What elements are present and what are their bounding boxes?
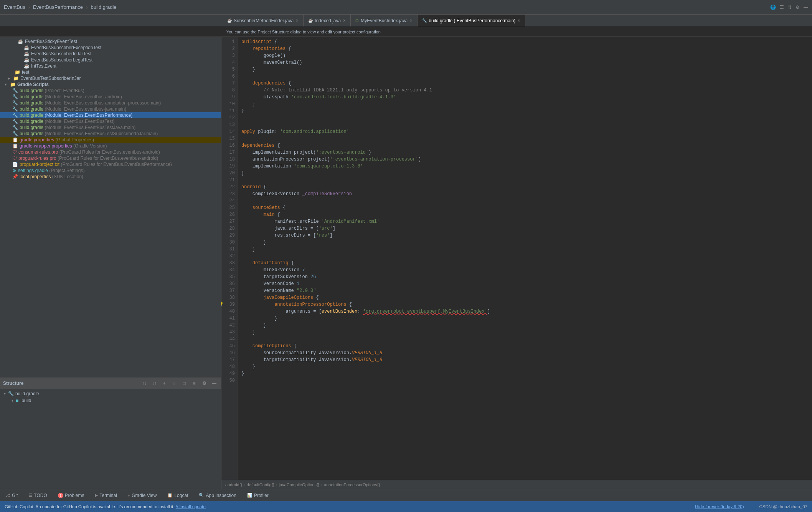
problems-button[interactable]: 1 Problems [56, 492, 86, 499]
menu-icon[interactable]: ☰ [780, 5, 784, 10]
tree-item-test-folder[interactable]: 📁 test [0, 69, 221, 75]
breadcrumb-part-1[interactable]: android{} [225, 482, 242, 487]
tree-item-build-perf[interactable]: 🔧 build.gradle (Module: EventBus.EventBu… [0, 112, 221, 118]
folder-icon-test: 📁 [15, 70, 20, 75]
java-icon-sticky: ☕ [18, 39, 23, 44]
txt-icon-proguard: 📄 [12, 162, 18, 167]
tree-item-build-annotation[interactable]: 🔧 build.gradle (Module: EventBus.eventbu… [0, 100, 221, 106]
build-perf-label: build.gradle (Module: EventBus.EventBusP… [20, 113, 132, 118]
local-props-label: local.properties (SDK Location) [20, 174, 83, 179]
tree-item-exception[interactable]: ☕ EventBusSubscriberExceptionTest [0, 45, 221, 51]
tree-item-build-java[interactable]: 🔧 build.gradle (Module: EventBus.eventbu… [0, 106, 221, 112]
tab-indexed[interactable]: ☕ Indexed.java ✕ [304, 15, 351, 27]
sort-asc-btn[interactable]: ↑↓ [140, 379, 148, 387]
notification-bar: GitHub Copilot: An update for GitHub Cop… [0, 501, 812, 512]
breadcrumb-part-4[interactable]: annotationProcessorOptions{} [324, 482, 380, 487]
notification-text: GitHub Copilot: An update for GitHub Cop… [5, 504, 175, 509]
props-icon-wrapper: 📋 [12, 143, 18, 149]
tree-item-gradle-wrapper[interactable]: 📋 gradle-wrapper.properties (Gradle Vers… [0, 143, 221, 149]
tree-item-build-test[interactable]: 🔧 build.gradle (Module: EventBus.EventBu… [0, 118, 221, 124]
circle-btn[interactable]: ○ [170, 379, 178, 387]
tree-item-injar[interactable]: ☕ EventBusSubscriberInJarTest [0, 51, 221, 57]
breadcrumb-part-2[interactable]: defaultConfig{} [247, 482, 274, 487]
tree-item-ebsubinjar[interactable]: ▶ 📁 EventBusTestSubscriberInJar [0, 75, 221, 81]
info-bar: You can use the Project Structure dialog… [0, 27, 812, 37]
app-inspection-button[interactable]: 🔍 App Inspection [197, 492, 238, 499]
tab-close-icon[interactable]: ✕ [295, 18, 299, 23]
editor-area[interactable]: 12345 678910 1112131415 1617181920 21222… [221, 37, 812, 480]
install-update-link[interactable]: // Install update [176, 504, 206, 509]
tree-item-local-props[interactable]: 📌 local.properties (SDK Location) [0, 174, 221, 180]
tree-item-consumer-rules[interactable]: 🛡 consumer-rules.pro (ProGuard Rules for… [0, 149, 221, 155]
arrow-gradle: ▼ [3, 83, 8, 86]
tree-item-settings-gradle[interactable]: ⚙ settings.gradle (Project Settings) [0, 167, 221, 174]
tree-item-gradle-props[interactable]: 📋 gradle.properties (Global Properties) [0, 137, 221, 143]
info-text: You can use the Project Structure dialog… [226, 30, 381, 34]
tree-item-build-subinjar[interactable]: 🔧 build.gradle (Module: EventBus.EventBu… [0, 131, 221, 137]
sep2: › [86, 4, 87, 10]
globe-icon[interactable]: 🌐 [770, 5, 776, 10]
tab-close-icon-2[interactable]: ✕ [343, 18, 346, 23]
todo-button[interactable]: ☰ TODO [27, 492, 48, 499]
tab-build-gradle[interactable]: 🔧 build.gradle (:EventBusPerformance:mai… [418, 15, 525, 27]
gradle-icon-testjava: 🔧 [12, 125, 18, 130]
proguard-rules-label: proguard-rules.pro (ProGuard Rules for E… [18, 156, 158, 161]
tree-item-legal[interactable]: ☕ EventBusSubscriberLegalTest [0, 57, 221, 63]
tab-label-2: Indexed.java [315, 18, 341, 23]
breadcrumb-part-3[interactable]: javaCompileOptions{} [279, 482, 320, 487]
tree-item-build-project[interactable]: 🔧 build.gradle (Project: EventBus) [0, 88, 221, 94]
code-editor[interactable]: buildscript { repositories { google() ma… [238, 37, 812, 480]
tree-item-proguard-project[interactable]: 📄 proguard-project.txt (ProGuard Rules f… [0, 161, 221, 167]
gradle-wrapper-label: gradle-wrapper.properties (Gradle Versio… [20, 143, 107, 149]
struct-item-build[interactable]: ▼ ■ build [3, 397, 218, 404]
minus-icon[interactable]: — [804, 5, 808, 10]
hide-forever-link[interactable]: Hide forever (today 9:20) [695, 504, 744, 509]
arrow-ebsubinjar: ▶ [6, 76, 12, 80]
split-icon[interactable]: ⇅ [788, 5, 792, 10]
tree-item-build-android[interactable]: 🔧 build.gradle (Module: EventBus.eventbu… [0, 94, 221, 100]
sort-desc-btn[interactable]: ↓↑ [150, 379, 158, 387]
bc-sep-3: › [321, 482, 322, 487]
settings-gradle-label: settings.gradle (Project Settings) [18, 168, 84, 173]
main-content: ☕ EventBusStickyEventTest ☕ EventBusSubs… [0, 37, 812, 489]
tree-item-intevent[interactable]: ☕ IntTestEvent [0, 63, 221, 69]
gradle-props-label: gradle.properties (Global Properties) [20, 137, 94, 142]
profiler-button[interactable]: 📊 Profiler [246, 492, 270, 499]
tree-item-proguard-rules[interactable]: 🛡 proguard-rules.pro (ProGuard Rules for… [0, 155, 221, 161]
intevent-label: IntTestEvent [31, 63, 56, 69]
settings-struct-btn[interactable]: ⚙ [200, 379, 208, 387]
ebsubinjar-label: EventBusTestSubscriberInJar [20, 76, 81, 81]
git-button[interactable]: ⎇ Git [4, 492, 19, 499]
tree-item-build-testjava[interactable]: 🔧 build.gradle (Module: EventBus.EventBu… [0, 124, 221, 131]
gradle-icon-proj: 🔧 [12, 88, 18, 93]
settings-icon[interactable]: ⚙ [795, 5, 800, 10]
tree-item-sticky[interactable]: ☕ EventBusStickyEventTest [0, 38, 221, 45]
build-subinjar-label: build.gradle (Module: EventBus.EventBusT… [20, 131, 158, 136]
struct-icon-build: ■ [16, 398, 18, 403]
indexed-file-icon: ☕ [308, 18, 313, 23]
build-proj-label: build.gradle (Project: EventBus) [20, 88, 84, 93]
tree-item-gradle-scripts[interactable]: ▼ 📁 Gradle Scripts [0, 81, 221, 88]
tab-close-icon-4[interactable]: ✕ [517, 18, 520, 23]
gradle-view-label: Gradle View [132, 493, 157, 498]
bc-sep-1: › [244, 482, 245, 487]
struct-item-build-gradle[interactable]: ▼ 🔧 build.gradle [3, 390, 218, 397]
gradle-icon-subinjar: 🔧 [12, 131, 18, 136]
add-struct-btn[interactable]: + [160, 379, 168, 387]
square-btn[interactable]: □ [180, 379, 188, 387]
structure-panel: Structure ↑↓ ↓↑ + ○ □ ≡ ⚙ — ▼ 🔧 build.gr… [0, 378, 221, 489]
gradle-view-button[interactable]: + Gradle View [126, 492, 158, 499]
bottom-toolbar: ⎇ Git ☰ TODO 1 Problems ▶ Terminal + Gra… [0, 489, 812, 501]
test-label: test [22, 70, 29, 75]
tab-subscriber-finder[interactable]: ☕ SubscriberMethodFinder.java ✕ [223, 15, 304, 27]
breadcrumb-perf: EventBusPerformance [33, 4, 83, 10]
filter-btn[interactable]: ≡ [190, 379, 198, 387]
tab-myeventbus[interactable]: ⬡ MyEventBusIndex.java ✕ [351, 15, 418, 27]
logcat-label: Logcat [174, 493, 188, 498]
terminal-button[interactable]: ▶ Terminal [93, 492, 118, 499]
minus-struct-btn[interactable]: — [210, 379, 218, 387]
tab-close-icon-3[interactable]: ✕ [409, 18, 413, 23]
build-test-label: build.gradle (Module: EventBus.EventBusT… [20, 119, 114, 124]
gradle-icon-test: 🔧 [12, 119, 18, 124]
logcat-button[interactable]: 📋 Logcat [166, 492, 190, 499]
